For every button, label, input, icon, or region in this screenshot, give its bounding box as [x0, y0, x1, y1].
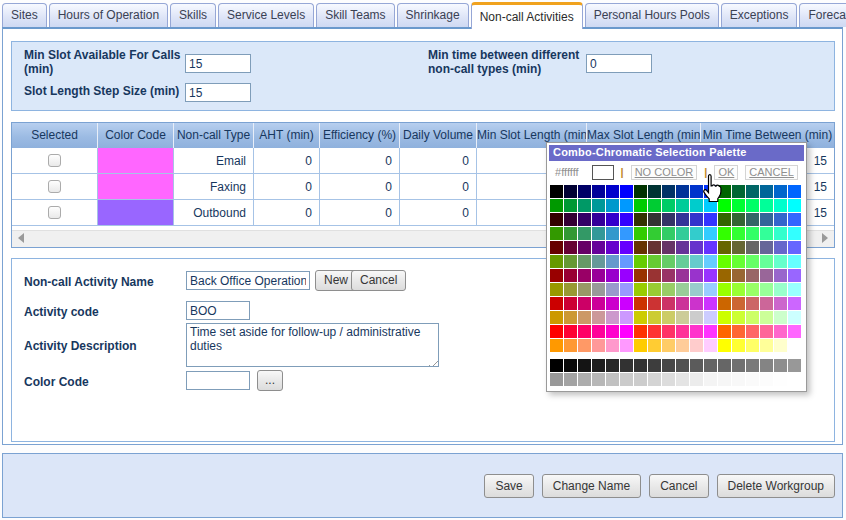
tab-forecasting[interactable]: Forecasting: [799, 3, 846, 27]
tab-exceptions[interactable]: Exceptions: [721, 3, 798, 27]
palette-color-cell[interactable]: [732, 325, 745, 338]
palette-color-cell[interactable]: [760, 339, 773, 352]
palette-color-cell[interactable]: [788, 269, 801, 282]
palette-gray-cell[interactable]: [620, 373, 633, 386]
color-picker-browse-button[interactable]: ...: [257, 370, 283, 391]
palette-color-cell[interactable]: [732, 339, 745, 352]
palette-color-cell[interactable]: [676, 339, 689, 352]
palette-color-cell[interactable]: [704, 297, 717, 310]
palette-color-cell[interactable]: [732, 213, 745, 226]
palette-color-cell[interactable]: [732, 227, 745, 240]
palette-color-cell[interactable]: [564, 213, 577, 226]
palette-color-cell[interactable]: [662, 185, 675, 198]
palette-color-cell[interactable]: [760, 269, 773, 282]
palette-gray-cell[interactable]: [648, 359, 661, 372]
palette-color-cell[interactable]: [592, 297, 605, 310]
palette-color-cell[interactable]: [732, 283, 745, 296]
palette-color-cell[interactable]: [676, 325, 689, 338]
palette-color-cell[interactable]: [746, 213, 759, 226]
textarea-resize-grip-icon[interactable]: [429, 357, 438, 366]
palette-gray-cell[interactable]: [634, 359, 647, 372]
palette-color-cell[interactable]: [634, 269, 647, 282]
activity-name-input[interactable]: [186, 271, 310, 290]
palette-gray-cell[interactable]: [746, 359, 759, 372]
palette-color-cell[interactable]: [550, 227, 563, 240]
palette-color-cell[interactable]: [578, 311, 591, 324]
tab-non-call-activities[interactable]: Non-call Activities: [471, 2, 583, 29]
palette-color-cell[interactable]: [550, 325, 563, 338]
palette-gray-cell[interactable]: [746, 373, 759, 386]
palette-color-cell[interactable]: [774, 185, 787, 198]
palette-color-cell[interactable]: [564, 283, 577, 296]
palette-color-cell[interactable]: [676, 283, 689, 296]
palette-gray-cell[interactable]: [550, 359, 563, 372]
palette-color-cell[interactable]: [676, 311, 689, 324]
palette-color-cell[interactable]: [704, 325, 717, 338]
palette-color-cell[interactable]: [662, 227, 675, 240]
palette-gray-cell[interactable]: [606, 373, 619, 386]
palette-color-cell[interactable]: [746, 255, 759, 268]
palette-color-cell[interactable]: [564, 227, 577, 240]
palette-color-cell[interactable]: [648, 325, 661, 338]
palette-gray-cell[interactable]: [662, 373, 675, 386]
palette-gray-cell[interactable]: [578, 359, 591, 372]
color-code-swatch[interactable]: [98, 148, 174, 174]
delete-workgroup-button[interactable]: Delete Workgroup: [717, 474, 836, 498]
row-select-checkbox[interactable]: [48, 154, 61, 167]
palette-color-cell[interactable]: [704, 227, 717, 240]
palette-color-cell[interactable]: [704, 213, 717, 226]
palette-color-cell[interactable]: [718, 325, 731, 338]
palette-color-cell[interactable]: [550, 283, 563, 296]
palette-color-cell[interactable]: [578, 269, 591, 282]
palette-color-cell[interactable]: [746, 325, 759, 338]
palette-gray-cell[interactable]: [704, 359, 717, 372]
min-time-between-input[interactable]: [586, 54, 652, 73]
palette-color-cell[interactable]: [774, 297, 787, 310]
palette-color-cell[interactable]: [648, 339, 661, 352]
palette-color-cell[interactable]: [788, 311, 801, 324]
palette-gray-cell[interactable]: [578, 373, 591, 386]
palette-color-cell[interactable]: [676, 297, 689, 310]
palette-color-cell[interactable]: [774, 269, 787, 282]
palette-gray-cell[interactable]: [648, 373, 661, 386]
tab-personal-hours-pools[interactable]: Personal Hours Pools: [585, 3, 719, 27]
palette-color-cell[interactable]: [620, 227, 633, 240]
palette-color-cell[interactable]: [732, 297, 745, 310]
palette-gray-cell[interactable]: [718, 373, 731, 386]
palette-color-cell[interactable]: [606, 227, 619, 240]
efficiency-cell[interactable]: 0: [320, 174, 400, 200]
palette-color-cell[interactable]: [648, 255, 661, 268]
palette-color-cell[interactable]: [606, 297, 619, 310]
palette-gray-cell[interactable]: [732, 359, 745, 372]
tab-skill-teams[interactable]: Skill Teams: [316, 3, 394, 27]
palette-color-cell[interactable]: [550, 255, 563, 268]
palette-color-cell[interactable]: [760, 241, 773, 254]
palette-gray-cell[interactable]: [592, 359, 605, 372]
palette-color-cell[interactable]: [662, 255, 675, 268]
palette-color-cell[interactable]: [774, 283, 787, 296]
daily-volume-cell[interactable]: 0: [400, 148, 477, 174]
palette-color-cell[interactable]: [550, 213, 563, 226]
palette-color-cell[interactable]: [662, 213, 675, 226]
palette-color-cell[interactable]: [732, 255, 745, 268]
palette-color-cell[interactable]: [592, 213, 605, 226]
palette-color-cell[interactable]: [592, 325, 605, 338]
efficiency-cell[interactable]: 0: [320, 200, 400, 226]
palette-color-cell[interactable]: [704, 255, 717, 268]
palette-color-cell[interactable]: [690, 339, 703, 352]
palette-color-cell[interactable]: [578, 325, 591, 338]
palette-color-cell[interactable]: [774, 199, 787, 212]
palette-color-cell[interactable]: [634, 213, 647, 226]
palette-color-cell[interactable]: [662, 269, 675, 282]
palette-color-cell[interactable]: [760, 227, 773, 240]
palette-color-cell[interactable]: [648, 199, 661, 212]
palette-color-cell[interactable]: [564, 255, 577, 268]
palette-color-cell[interactable]: [676, 255, 689, 268]
palette-color-cell[interactable]: [690, 269, 703, 282]
palette-color-cell[interactable]: [718, 339, 731, 352]
palette-gray-cell[interactable]: [606, 359, 619, 372]
palette-gray-cell[interactable]: [676, 359, 689, 372]
palette-color-cell[interactable]: [620, 269, 633, 282]
palette-color-cell[interactable]: [746, 241, 759, 254]
palette-color-cell[interactable]: [732, 269, 745, 282]
